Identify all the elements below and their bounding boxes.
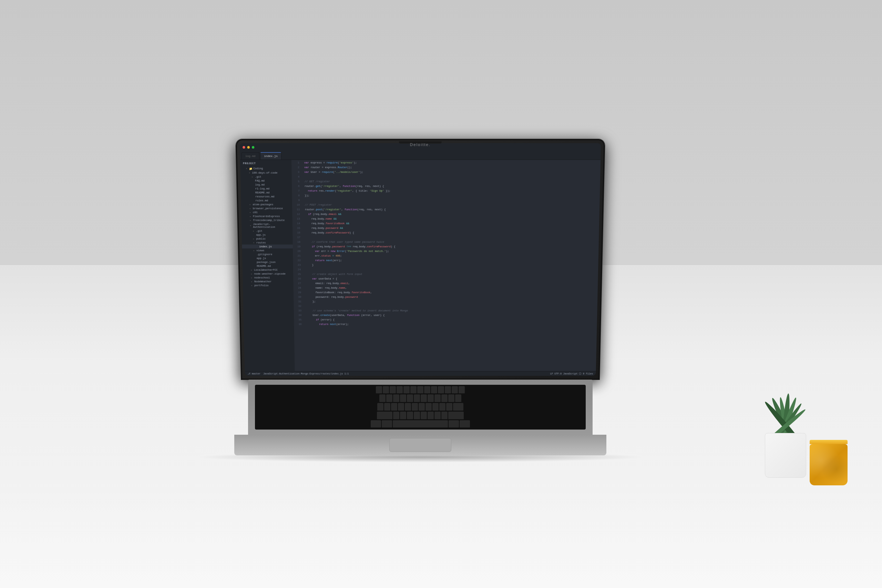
key[interactable]	[377, 403, 384, 411]
sidebar-item-freecodecamp[interactable]: ▸ freecodecamp_tribute	[242, 218, 292, 222]
key[interactable]	[410, 386, 417, 394]
sidebar-item-nodeweather[interactable]: ▸ NodeWeather	[243, 279, 294, 283]
sidebar-item-nodeweather-zip[interactable]: ▸ node-weather-zipcode	[243, 272, 293, 275]
sidebar-item-indexjs[interactable]: index.js	[242, 244, 293, 248]
tab-index-js[interactable]: index.js	[260, 152, 282, 159]
sidebar-item-git2[interactable]: ▸ .git	[242, 229, 292, 232]
sidebar-item-gitignore[interactable]: .gitignore	[242, 252, 293, 256]
traffic-light-maximize[interactable]	[252, 146, 254, 148]
key-fn[interactable]	[371, 420, 381, 428]
sidebar-item-appjs2[interactable]: app.js	[242, 256, 293, 260]
key[interactable]	[446, 403, 452, 411]
key[interactable]	[439, 403, 446, 411]
key[interactable]	[421, 412, 427, 420]
key-alt[interactable]	[448, 420, 459, 428]
key[interactable]	[412, 403, 418, 411]
key[interactable]	[396, 386, 403, 394]
code-line-32	[306, 304, 595, 308]
plant-leaves	[751, 357, 820, 433]
sidebar-item-readme[interactable]: README.md	[241, 190, 292, 194]
key[interactable]	[441, 394, 447, 402]
code-line-33: // use schema's 'create' method to inser…	[306, 308, 594, 313]
sidebar-item-localweather[interactable]: ▸ LocalWeatherFCC	[243, 268, 293, 272]
key[interactable]	[405, 403, 411, 411]
sidebar-item-atom[interactable]: ▸ atom-packages	[241, 202, 292, 206]
key[interactable]	[445, 386, 451, 394]
code-line-1: var express = require('express');	[304, 160, 598, 165]
code-line-8: });	[304, 193, 597, 198]
sidebar-item-c01[interactable]: ▸ c01	[241, 210, 292, 214]
traffic-light-minimize[interactable]	[248, 146, 250, 148]
key[interactable]	[438, 386, 444, 394]
sidebar-item-100days[interactable]: ▾ 100-days-of-code	[240, 171, 291, 175]
key[interactable]	[400, 412, 406, 420]
traffic-light-close[interactable]	[243, 146, 245, 148]
table-reflection	[0, 491, 882, 588]
sidebar-item-browser[interactable]: ▸ browser_persistence	[241, 206, 292, 210]
key[interactable]	[441, 412, 447, 420]
sidebar-item-rules[interactable]: rules.md	[241, 198, 292, 202]
key-enter[interactable]	[453, 403, 464, 411]
key-shift[interactable]	[377, 412, 392, 420]
sidebar-item-readme2[interactable]: README.md	[243, 264, 293, 268]
key[interactable]	[431, 386, 437, 394]
key[interactable]	[384, 403, 390, 411]
key[interactable]	[414, 412, 420, 420]
key-cmd[interactable]	[382, 420, 392, 428]
key[interactable]	[448, 394, 454, 402]
scene: Deloitte. log.md	[0, 0, 882, 588]
key[interactable]	[380, 394, 386, 402]
key[interactable]	[391, 403, 397, 411]
key[interactable]	[414, 394, 420, 402]
key[interactable]	[386, 394, 392, 402]
key[interactable]	[398, 403, 404, 411]
key[interactable]	[452, 386, 458, 394]
sidebar-item-nodeschool[interactable]: ▸ nodeschool	[243, 276, 293, 279]
tab-log-md[interactable]: log.md	[241, 152, 260, 159]
key[interactable]	[393, 394, 399, 402]
key[interactable]	[435, 412, 441, 420]
key-cmd-r[interactable]	[460, 420, 470, 428]
sidebar-item-portfolio[interactable]: ▸ portfolio	[243, 283, 294, 287]
key[interactable]	[407, 412, 413, 420]
key[interactable]	[404, 386, 410, 394]
sidebar-item-r1log[interactable]: r1-log.md	[241, 186, 292, 190]
sidebar-item-coding[interactable]: ▾ 📁 Coding	[240, 166, 291, 171]
sidebar-item-git[interactable]: ▸ .git	[240, 175, 292, 179]
key[interactable]	[426, 403, 432, 411]
key[interactable]	[455, 394, 461, 402]
key[interactable]	[390, 386, 396, 394]
key[interactable]	[383, 386, 389, 394]
sidebar-item-views[interactable]: ▸ views	[242, 248, 293, 252]
key[interactable]	[428, 394, 434, 402]
code-content[interactable]: var express = require('express'); var ro…	[302, 160, 601, 371]
sidebar-item-routes[interactable]: ▾ routes	[242, 240, 293, 244]
key[interactable]	[459, 386, 465, 394]
sidebar-item-packagejson[interactable]: package.json	[242, 260, 293, 264]
touchpad[interactable]	[389, 438, 452, 452]
key[interactable]	[435, 394, 441, 402]
key[interactable]	[393, 412, 399, 420]
key[interactable]	[407, 394, 413, 402]
code-line-21: err.status = 400;	[306, 254, 596, 258]
key[interactable]	[432, 403, 439, 411]
sidebar-item-public[interactable]: ▸ public	[242, 237, 293, 240]
sidebar-item-logmd[interactable]: log.md	[240, 183, 292, 187]
sidebar-item-jsauth[interactable]: ▾ JavaScript-Authentication	[242, 222, 292, 229]
code-editor-area[interactable]: 12345 678910 1112131415 1617181920 21222…	[291, 160, 600, 371]
key-shift-r[interactable]	[448, 412, 464, 420]
key[interactable]	[428, 412, 434, 420]
key[interactable]	[418, 403, 425, 411]
sidebar-item-resources[interactable]: resources.md	[241, 194, 292, 198]
code-line-4	[304, 175, 597, 180]
key[interactable]	[417, 386, 423, 394]
key[interactable]	[400, 394, 406, 402]
key[interactable]	[424, 386, 430, 394]
sidebar-item-appjs[interactable]: app.js	[242, 232, 293, 236]
vscode-editor: log.md index.js Project	[240, 143, 601, 376]
key[interactable]	[421, 394, 427, 402]
sidebar-item-flashcards[interactable]: ▸ FlashcardsExpress	[241, 214, 292, 218]
key-space[interactable]	[393, 420, 448, 428]
sidebar-item-faq[interactable]: FAQ.md	[240, 178, 292, 183]
key[interactable]	[376, 386, 382, 394]
